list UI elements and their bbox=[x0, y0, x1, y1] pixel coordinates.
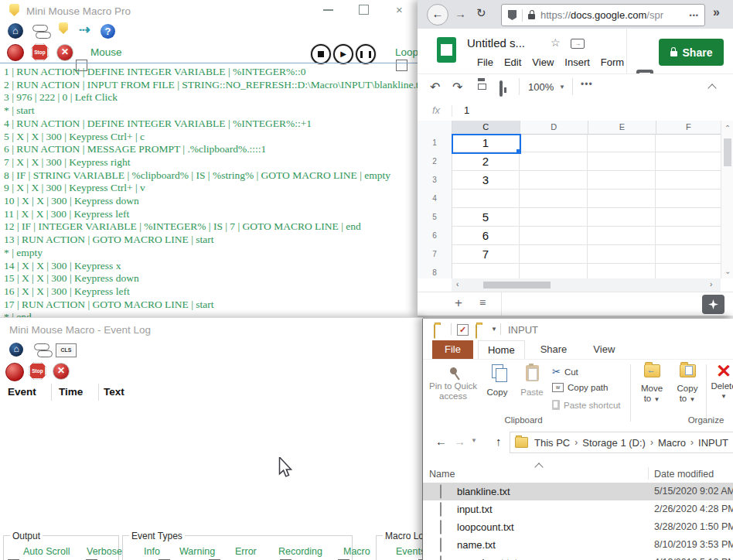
close-button[interactable]: × bbox=[396, 3, 403, 16]
column-header-time[interactable]: Time bbox=[59, 386, 83, 398]
cell-c7[interactable]: 7 bbox=[452, 245, 520, 264]
stop-sign-icon[interactable]: Stop bbox=[29, 362, 46, 380]
reload-icon[interactable]: ↻ bbox=[476, 6, 486, 20]
collapse-toolbar-icon[interactable] bbox=[707, 84, 716, 92]
file-row[interactable]: input.txt 2/26/2020 4:28 PM bbox=[423, 500, 733, 518]
paint-format-icon[interactable] bbox=[499, 80, 503, 97]
row-header[interactable]: 1 bbox=[418, 134, 452, 153]
row-header[interactable]: 5 bbox=[418, 208, 452, 227]
file-row[interactable]: nameinput.txt 4/13/2019 5:12 PM bbox=[423, 554, 733, 560]
run-arrow-icon[interactable]: ⇢ bbox=[79, 24, 90, 36]
record-icon[interactable] bbox=[5, 363, 24, 381]
move-to-button[interactable]: ← Move to ▼ bbox=[636, 363, 667, 405]
tab-home[interactable]: Home bbox=[478, 340, 525, 359]
copy-path-button[interactable]: w Copy path bbox=[552, 383, 608, 392]
cut-button[interactable]: ✂ Cut bbox=[552, 366, 578, 377]
cell-c4[interactable] bbox=[452, 190, 520, 208]
minimize-button[interactable] bbox=[323, 9, 333, 11]
cell-c3[interactable]: 3 bbox=[452, 171, 520, 190]
recent-dropdown-icon[interactable]: ▼ bbox=[471, 437, 477, 444]
file-row[interactable]: name.txt 8/10/2019 3:53 PM bbox=[423, 536, 733, 554]
zoom-select[interactable]: 100% bbox=[528, 81, 554, 93]
cell-c5[interactable]: 5 bbox=[452, 208, 520, 227]
stop-sign-icon[interactable]: Stop bbox=[31, 43, 49, 61]
marker-icon[interactable] bbox=[59, 22, 68, 34]
row-header[interactable]: 2 bbox=[418, 152, 452, 172]
column-header-text[interactable]: Text bbox=[104, 386, 124, 398]
clear-x-icon[interactable]: ✕ bbox=[53, 363, 70, 380]
file-row-selected[interactable]: blankline.txt 5/15/2020 9:02 AM bbox=[423, 483, 733, 500]
overflow-chevron-icon[interactable]: » bbox=[713, 5, 720, 19]
formula-bar[interactable]: fx 1 bbox=[418, 101, 733, 121]
delete-button[interactable]: ✕ Delete ▼ bbox=[707, 361, 733, 401]
row-header[interactable]: 3 bbox=[418, 171, 452, 190]
column-header-event[interactable]: Event bbox=[8, 386, 36, 398]
zoom-dropdown-icon[interactable]: ▼ bbox=[559, 84, 565, 90]
tracking-shield-icon[interactable] bbox=[508, 10, 517, 20]
cell-c2[interactable]: 2 bbox=[452, 152, 520, 171]
clear-log-button[interactable]: CLS bbox=[56, 343, 77, 357]
hscroll-thumb[interactable] bbox=[483, 282, 551, 289]
menu-format[interactable]: Form bbox=[601, 56, 624, 68]
redo-icon[interactable]: ↷ bbox=[452, 80, 462, 94]
document-title[interactable]: Untitled s... bbox=[467, 36, 525, 50]
forward-icon[interactable]: → bbox=[455, 7, 466, 20]
play-button[interactable]: ▶ bbox=[333, 44, 353, 64]
column-header-e[interactable]: E bbox=[588, 121, 656, 135]
explorer-folder-icon[interactable] bbox=[434, 324, 435, 339]
scroll-up-icon[interactable]: ⌃ bbox=[721, 124, 733, 132]
star-icon[interactable]: ☆ bbox=[551, 36, 561, 49]
settings-toggles-icon[interactable] bbox=[32, 25, 49, 38]
corner-header[interactable] bbox=[418, 121, 452, 135]
lock-icon[interactable] bbox=[528, 14, 535, 19]
add-sheet-icon[interactable]: + bbox=[455, 295, 462, 311]
column-header-d[interactable]: D bbox=[520, 121, 588, 135]
pin-to-quick-access-button[interactable]: Pin to Quick access bbox=[428, 363, 479, 401]
home-icon[interactable]: ⌂ bbox=[8, 23, 23, 39]
undo-icon[interactable]: ↶ bbox=[430, 80, 440, 94]
share-button[interactable]: Share bbox=[659, 39, 724, 66]
spreadsheet-grid[interactable]: C D E F 1 2 3 4 5 6 7 8 1 2 3 5 6 7 bbox=[418, 121, 721, 278]
settings-toggles-icon[interactable] bbox=[34, 343, 51, 357]
toolbar-more-icon[interactable]: ••• bbox=[581, 79, 593, 90]
maximize-button[interactable] bbox=[359, 5, 369, 15]
menu-edit[interactable]: Edit bbox=[504, 56, 521, 68]
scroll-right-icon[interactable]: › bbox=[710, 280, 712, 289]
horizontal-scrollbar[interactable]: ‹ › bbox=[418, 278, 733, 292]
macro-line-list[interactable]: 1 | RUN ACTION | DEFINE INTEGER VARIABLE… bbox=[4, 66, 418, 319]
breadcrumb-drive[interactable]: Storage 1 (D:) bbox=[582, 437, 646, 449]
row-header[interactable]: 4 bbox=[418, 190, 452, 209]
sort-ascending-icon[interactable] bbox=[534, 463, 543, 471]
column-header-name[interactable]: Name bbox=[429, 469, 455, 480]
breadcrumb-this-pc[interactable]: This PC bbox=[534, 437, 570, 449]
home-icon[interactable]: ⌂ bbox=[9, 343, 23, 357]
address-box[interactable]: This PC › Storage 1 (D:) › Macro › INPUT bbox=[510, 432, 733, 453]
sheets-logo-icon[interactable] bbox=[437, 37, 456, 63]
menu-insert[interactable]: Insert bbox=[564, 56, 590, 68]
paste-shortcut-button[interactable]: Paste shortcut bbox=[552, 400, 621, 410]
fill-handle[interactable] bbox=[517, 149, 521, 154]
vertical-scrollbar[interactable]: ⌃ ⌄ bbox=[721, 121, 733, 278]
copy-to-button[interactable]: Copy to ▼ bbox=[672, 363, 703, 405]
row-header[interactable]: 8 bbox=[418, 264, 452, 278]
scroll-thumb[interactable] bbox=[724, 138, 731, 166]
explore-button[interactable] bbox=[702, 295, 724, 314]
row-header[interactable]: 7 bbox=[418, 245, 452, 265]
cell-c8[interactable] bbox=[452, 264, 520, 278]
menu-file[interactable]: File bbox=[477, 56, 493, 68]
back-icon[interactable]: ← bbox=[435, 435, 447, 448]
page-actions-icon[interactable]: ••• bbox=[690, 12, 699, 19]
scroll-down-icon[interactable]: ⌄ bbox=[724, 267, 731, 275]
column-divider[interactable] bbox=[648, 467, 649, 480]
breadcrumb-input[interactable]: INPUT bbox=[698, 437, 728, 449]
up-icon[interactable]: ↑ bbox=[496, 435, 502, 448]
back-icon[interactable]: ← bbox=[427, 4, 448, 26]
tab-file[interactable]: File bbox=[432, 340, 473, 359]
column-header-f[interactable]: F bbox=[656, 121, 721, 135]
record-icon[interactable] bbox=[7, 44, 24, 61]
move-to-folder-icon[interactable]: → bbox=[571, 39, 585, 49]
qat-dropdown-icon[interactable]: ▼ bbox=[491, 326, 497, 333]
qat-new-folder-icon[interactable] bbox=[476, 324, 477, 339]
menu-view[interactable]: View bbox=[532, 56, 554, 68]
cell-c6[interactable]: 6 bbox=[452, 227, 520, 245]
